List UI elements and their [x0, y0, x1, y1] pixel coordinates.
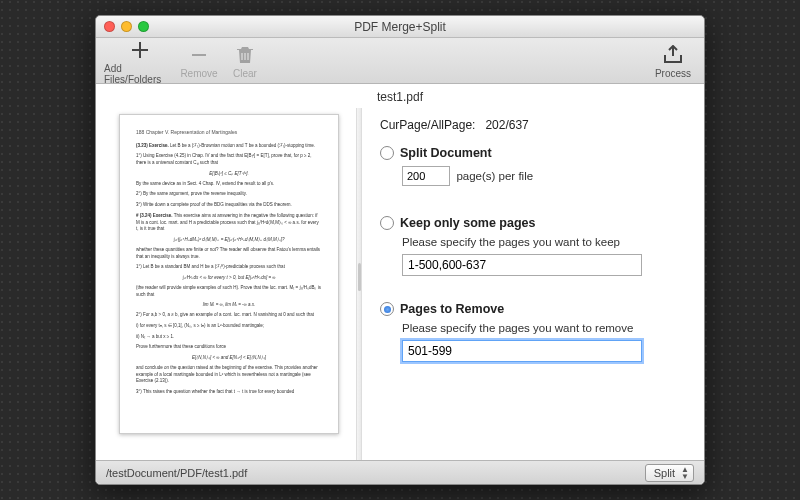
process-button[interactable]: Process	[650, 42, 696, 79]
titlebar[interactable]: PDF Merge+Split	[96, 16, 704, 38]
page-info: CurPage/AllPage: 202/637	[380, 118, 686, 132]
option-keep[interactable]: Keep only some pages	[380, 216, 686, 230]
option-remove-label: Pages to Remove	[400, 302, 504, 316]
split-pages-input[interactable]	[402, 166, 450, 186]
clear-button[interactable]: Clear	[222, 42, 268, 79]
page-info-label: CurPage/AllPage:	[380, 118, 475, 132]
minimize-button[interactable]	[121, 21, 132, 32]
file-path: /testDocument/PDF/test1.pdf	[106, 467, 247, 479]
plus-icon	[130, 37, 150, 63]
option-keep-label: Keep only some pages	[400, 216, 535, 230]
option-remove[interactable]: Pages to Remove	[380, 302, 686, 316]
remove-button[interactable]: Remove	[176, 42, 222, 79]
option-split[interactable]: Split Document	[380, 146, 686, 160]
statusbar: /testDocument/PDF/test1.pdf Split ▲▼	[96, 460, 704, 484]
option-split-label: Split Document	[400, 146, 492, 160]
radio-remove[interactable]	[380, 302, 394, 316]
export-icon	[662, 42, 684, 68]
pane-divider[interactable]	[356, 108, 362, 460]
preview-column: 188 Chapter V. Representation of Marting…	[96, 108, 356, 460]
radio-split[interactable]	[380, 146, 394, 160]
close-button[interactable]	[104, 21, 115, 32]
toolbar-label: Add Files/Folders	[104, 63, 176, 85]
toolbar-label: Process	[655, 68, 691, 79]
keep-hint: Please specify the pages you want to kee…	[402, 236, 686, 248]
remove-pages-input[interactable]	[402, 340, 642, 362]
zoom-button[interactable]	[138, 21, 149, 32]
svg-rect-0	[192, 54, 206, 56]
page-info-value: 202/637	[485, 118, 528, 132]
options-column: CurPage/AllPage: 202/637 Split Document …	[362, 108, 704, 460]
remove-hint: Please specify the pages you want to rem…	[402, 322, 686, 334]
radio-keep[interactable]	[380, 216, 394, 230]
minus-icon	[189, 42, 209, 68]
window-title: PDF Merge+Split	[96, 20, 704, 34]
toolbar: Add Files/Folders Remove Clear Process	[96, 38, 704, 84]
chevron-updown-icon: ▲▼	[681, 466, 689, 480]
content-area: test1.pdf 188 Chapter V. Representation …	[96, 84, 704, 460]
action-select-value: Split	[654, 467, 675, 479]
page-thumbnail[interactable]: 188 Chapter V. Representation of Marting…	[119, 114, 339, 434]
current-filename: test1.pdf	[96, 84, 704, 108]
split-suffix: page(s) per file	[456, 170, 533, 182]
keep-pages-input[interactable]	[402, 254, 642, 276]
app-window: PDF Merge+Split Add Files/Folders Remove…	[95, 15, 705, 485]
add-files-button[interactable]: Add Files/Folders	[104, 37, 176, 85]
toolbar-label: Clear	[233, 68, 257, 79]
toolbar-label: Remove	[180, 68, 217, 79]
traffic-lights	[104, 21, 149, 32]
action-select[interactable]: Split ▲▼	[645, 464, 694, 482]
trash-icon	[236, 42, 254, 68]
